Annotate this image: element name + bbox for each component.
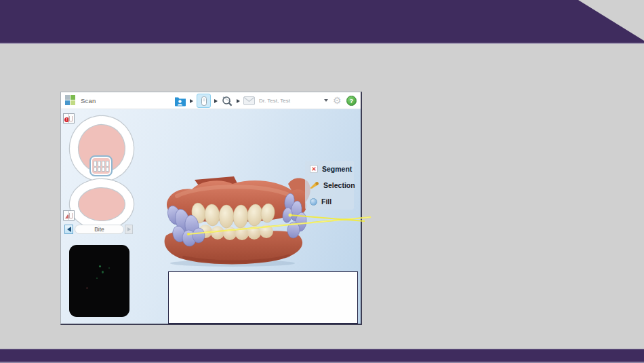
jaw-mark bbox=[64, 211, 68, 220]
live-camera-preview bbox=[69, 245, 129, 317]
selection-brush-icon bbox=[310, 179, 319, 191]
fill-dot-icon bbox=[310, 198, 317, 206]
next-catalog-button[interactable] bbox=[125, 225, 133, 234]
dropdown-caret-icon[interactable] bbox=[324, 99, 328, 102]
lower-jaw-view-icon[interactable] bbox=[63, 210, 75, 221]
segment-red-x-icon: ✕ bbox=[310, 165, 318, 173]
chevron-right-icon bbox=[237, 99, 240, 103]
window-title: Scan bbox=[81, 97, 96, 104]
scan-app-window: Scan bbox=[60, 92, 362, 325]
scan-workspace: ! Bite bbox=[61, 109, 361, 324]
bottom-banner bbox=[0, 349, 644, 362]
chevron-left-icon bbox=[67, 227, 71, 232]
export-envelope-button[interactable] bbox=[243, 96, 255, 105]
fill-tool[interactable]: Fill bbox=[310, 197, 355, 206]
administration-folder-icon[interactable] bbox=[174, 96, 186, 107]
doctor-select[interactable]: Dr. Test, Test bbox=[259, 98, 321, 104]
phase-bar bbox=[174, 94, 255, 108]
top-banner-edge bbox=[0, 43, 644, 44]
bite-selection-box[interactable] bbox=[89, 155, 113, 176]
upper-incisors bbox=[94, 161, 109, 167]
info-panel bbox=[168, 271, 358, 324]
selection-tool[interactable]: Selection bbox=[310, 179, 355, 191]
previous-catalog-button[interactable] bbox=[64, 225, 73, 234]
model-analysis-button[interactable] bbox=[221, 95, 233, 107]
jaw-thumbnail bbox=[68, 211, 74, 220]
tools-panel: ✕ Segment Selection Fill bbox=[305, 161, 354, 210]
acquisition-scanner-button[interactable] bbox=[197, 94, 211, 108]
app-logo-icon bbox=[65, 95, 76, 106]
lower-incisors bbox=[94, 167, 109, 172]
help-button[interactable]: ? bbox=[346, 96, 357, 106]
chevron-right-icon bbox=[127, 227, 131, 231]
settings-gear-icon[interactable]: ⚙ bbox=[333, 94, 342, 107]
chevron-right-icon bbox=[214, 99, 218, 103]
segment-tool[interactable]: ✕ Segment bbox=[310, 165, 355, 173]
model-3d-view[interactable] bbox=[157, 176, 313, 267]
title-bar: Scan bbox=[61, 92, 361, 109]
top-banner bbox=[0, 0, 644, 43]
catalog-label[interactable]: Bite bbox=[75, 225, 124, 234]
chevron-right-icon bbox=[190, 99, 193, 103]
